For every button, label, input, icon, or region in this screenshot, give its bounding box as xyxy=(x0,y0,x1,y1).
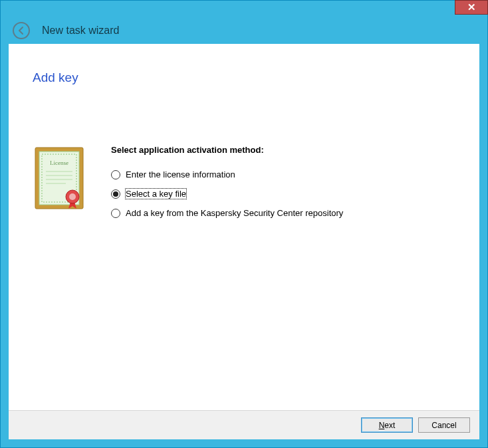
wizard-footer: Next Cancel xyxy=(9,410,479,439)
options-group: Select application activation method: En… xyxy=(111,145,455,227)
body-row: License Select application activation me… xyxy=(33,145,455,227)
prompt-label: Select application activation method: xyxy=(111,145,455,155)
wizard-window: ✕ New task wizard Add key xyxy=(0,0,488,448)
radio-label: Add a key from the Kaspersky Security Ce… xyxy=(126,208,343,218)
radio-enter-license[interactable]: Enter the license information xyxy=(111,169,455,179)
arrow-left-icon xyxy=(17,26,26,35)
wizard-body: Add key License xyxy=(9,44,479,439)
radio-icon xyxy=(111,170,120,179)
cancel-button[interactable]: Cancel xyxy=(418,417,470,433)
page-title: Add key xyxy=(33,70,455,85)
radio-add-from-repository[interactable]: Add a key from the Kaspersky Security Ce… xyxy=(111,208,455,218)
title-bar: ✕ xyxy=(1,1,487,17)
next-button[interactable]: Next xyxy=(361,417,413,433)
content-area: Add key License xyxy=(9,44,479,410)
svg-point-9 xyxy=(69,193,76,200)
radio-label: Enter the license information xyxy=(126,169,235,179)
back-button[interactable] xyxy=(13,22,30,39)
radio-label: Select a key file xyxy=(126,189,186,199)
radio-icon xyxy=(111,189,120,199)
wizard-title: New task wizard xyxy=(42,25,119,37)
radio-select-key-file[interactable]: Select a key file xyxy=(111,189,455,199)
close-button[interactable]: ✕ xyxy=(455,0,488,15)
wizard-header: New task wizard xyxy=(9,17,479,44)
radio-icon xyxy=(111,209,120,218)
license-certificate-icon: License xyxy=(33,145,86,213)
window-chrome: New task wizard Add key License xyxy=(1,17,487,447)
svg-text:License: License xyxy=(50,160,68,166)
